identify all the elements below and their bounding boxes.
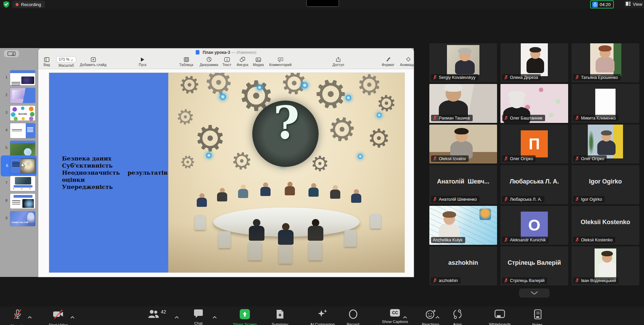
toolbar-view-button[interactable]: Вид — [42, 55, 52, 67]
document-title-text: План урока-3 — [202, 50, 230, 55]
view-label: View — [633, 2, 642, 7]
participant-avatar: П — [521, 130, 548, 157]
toolbar-chart-button[interactable]: Диаграмма — [197, 55, 220, 67]
participant-tile-active-speaker[interactable]: Anzhelika Kulyk — [429, 206, 497, 245]
avatar-letter: П — [529, 135, 540, 153]
toolbar-label: Формат — [382, 63, 394, 67]
zoom-value[interactable]: 171 % ⌄ — [56, 56, 76, 63]
presenter-display-button[interactable] — [4, 50, 19, 57]
toolbar-format-button[interactable]: Формат — [379, 55, 397, 67]
recording-indicator[interactable]: Recording — [12, 1, 45, 8]
notes-button[interactable]: Notes — [532, 309, 542, 325]
participant-tile[interactable]: Олена Дереза — [500, 43, 568, 82]
share-screen-button[interactable]: Share Screen — [233, 309, 257, 325]
participant-tile[interactable]: O Aleksandr Kunichik — [500, 206, 568, 245]
start-video-button[interactable]: Start Video — [49, 309, 68, 325]
muted-mic-icon — [575, 237, 579, 242]
toolbar-add-slide-button[interactable]: Добавить слайд — [80, 55, 107, 67]
participant-name: Татьяна Ерошенко — [581, 75, 618, 80]
slide-thumbnail-5[interactable]: AI — [10, 140, 36, 156]
name-tag: Микита Клименко — [573, 115, 618, 121]
toolbar-text-button[interactable]: A Текст — [220, 55, 234, 67]
participants-button[interactable]: 42 — [148, 309, 166, 319]
toolbar-media-button[interactable]: Медиа — [250, 55, 267, 67]
slide-thumbnail-9[interactable]: THANK YOU FOR — [10, 211, 36, 226]
participant-tile[interactable]: Любарська Л. А. Любарська Л. А. — [500, 165, 568, 204]
chat-button[interactable]: Chat — [194, 309, 203, 325]
toolbar-animate-button[interactable]: Анимация — [398, 55, 414, 67]
slide-thumbnail-2[interactable] — [10, 88, 36, 103]
participants-count: 42 — [161, 309, 166, 315]
toolbar-zoom-control[interactable]: 171 % ⌄ Масштаб — [53, 55, 79, 67]
whiteboards-button[interactable]: Whiteboards — [489, 309, 511, 325]
muted-mic-icon — [504, 75, 508, 80]
participant-tile[interactable]: Анатолій Шевч... Анатолій Шевченко — [429, 165, 497, 204]
security-shield-icon[interactable] — [3, 1, 9, 9]
share-screen-icon — [240, 309, 250, 319]
more-participants-button[interactable] — [519, 288, 550, 298]
participant-tile[interactable]: Татьяна Ерошенко — [572, 43, 639, 82]
participant-name: Anzhelika Kulyk — [433, 238, 463, 242]
participant-tile[interactable]: Олег Огірко — [572, 125, 639, 164]
participant-name: Олег Огірко — [581, 156, 604, 161]
glow-dot — [358, 154, 363, 159]
summary-button[interactable]: Summary — [272, 309, 288, 325]
view-button[interactable]: View — [624, 1, 644, 8]
slide-canvas: Безпека даних Суб'єктивність Неоднозначн… — [38, 69, 414, 277]
participant-tile[interactable]: Oleksii Izvalov — [429, 125, 497, 164]
slide-thumbnail-4[interactable] — [10, 123, 36, 138]
toolbar-shape-button[interactable]: Фигура — [234, 55, 251, 67]
unmute-button[interactable]: Unmute — [11, 309, 24, 325]
captions-options-chevron[interactable] — [403, 314, 407, 320]
slide-thumbnail-3[interactable]: GenAI — [10, 105, 36, 121]
record-button[interactable]: Record — [347, 309, 359, 325]
slide-number: 8 — [1, 198, 7, 202]
ai-companion-button[interactable]: AI Companion — [310, 309, 335, 325]
participant-tile[interactable]: Oleksii Kostenko Oleksii Kostenko — [572, 206, 639, 245]
toolbar-play-button[interactable]: Пуск — [136, 55, 149, 67]
comment-icon — [267, 55, 294, 62]
slide-blue-panel: Безпека даних Суб'єктивність Неоднозначн… — [49, 73, 168, 273]
participant-tile[interactable]: Олег Баштанник — [500, 84, 568, 123]
participant-name: Стрілець Валерій — [510, 278, 544, 283]
keynote-doc-icon — [196, 50, 199, 55]
notes-icon — [533, 309, 542, 320]
muted-mic-icon — [433, 278, 437, 283]
slide-thumbnail-1[interactable] — [10, 70, 36, 86]
document-status: — Изменено — [231, 50, 256, 55]
toolbar-collaborate-button[interactable]: Доступ — [328, 55, 348, 67]
participant-tile[interactable]: Іван Водяницький — [572, 246, 639, 285]
university-logo — [479, 209, 491, 220]
name-tag: Oleksii Izvalov — [431, 155, 469, 162]
record-icon — [348, 309, 358, 319]
participant-name: Іван Водяницький — [581, 278, 616, 283]
participant-gallery: Sergiy Kovalevskyy Олена Дереза Татьяна … — [429, 43, 641, 301]
mic-options-chevron[interactable] — [28, 314, 32, 320]
chat-options-chevron[interactable] — [213, 314, 217, 320]
thumb-text-lines — [12, 162, 20, 162]
current-slide[interactable]: Безпека даних Суб'єктивність Неоднозначн… — [49, 73, 405, 273]
participant-center-name: aszhokhin — [429, 246, 497, 279]
video-options-chevron[interactable] — [70, 314, 74, 320]
slide-number: 2 — [1, 93, 7, 97]
slide-thumbnail-7[interactable] — [10, 176, 36, 191]
chat-bubble-icon — [194, 309, 203, 318]
participant-tile[interactable]: Стрілець Валерій Стрілець Валерій — [500, 246, 568, 285]
recording-label: Recording — [21, 2, 41, 7]
slide-number: 9 — [1, 216, 7, 220]
participants-options-chevron[interactable] — [175, 314, 179, 320]
reactions-options-chevron[interactable] — [435, 314, 439, 320]
participant-tile[interactable]: Рахман Ташиев — [429, 84, 497, 123]
participant-tile[interactable]: П Олег Огірко — [500, 125, 568, 164]
toolbar-label: Диаграмма — [200, 63, 218, 67]
participant-tile[interactable]: aszhokhin aszhokhin — [429, 246, 497, 285]
slide-thumbnail-8[interactable] — [10, 193, 36, 209]
apps-button[interactable]: Apps — [452, 309, 463, 325]
participant-tile[interactable]: Igor Ogirko Igor Ogirko — [572, 165, 639, 204]
svg-text:A: A — [226, 58, 228, 62]
participant-tile[interactable]: Микита Клименко — [572, 84, 639, 123]
toolbar-comment-button[interactable]: Комментарий — [267, 55, 294, 67]
toolbar-table-button[interactable]: Таблица — [176, 55, 196, 67]
participant-tile[interactable]: Sergiy Kovalevskyy — [429, 43, 497, 82]
muted-mic-icon — [575, 75, 579, 80]
